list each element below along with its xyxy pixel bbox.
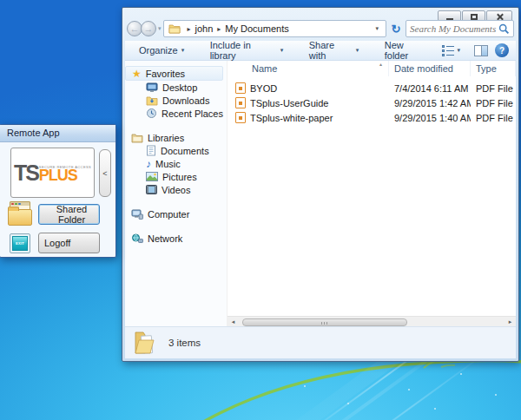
file-row-tsplus-userguide[interactable]: TSplus-UserGuide 9/29/2015 1:42 AM PDF F… xyxy=(228,95,516,110)
music-note-icon: ♪ xyxy=(146,158,151,170)
remote-app-title: Remote App xyxy=(7,128,60,138)
navigation-pane: ★ Favorites Desktop Downl xyxy=(125,61,227,327)
explorer-content: ★ Favorites Desktop Downl xyxy=(125,61,516,327)
command-toolbar: Organize ▾ Include in library ▾ Share wi… xyxy=(125,41,516,61)
include-in-library-button[interactable]: Include in library ▾ xyxy=(203,37,291,63)
address-row: ← → ▾ ▸ john ▸ My Documents ▾ ↻ xyxy=(127,19,514,38)
chevron-left-icon: < xyxy=(102,169,107,178)
help-button[interactable]: ? xyxy=(495,43,509,57)
desktop: Remote App TS SECURE REMOTE ACCESS PLUS … xyxy=(0,0,521,420)
explorer-window: ← → ▾ ▸ john ▸ My Documents ▾ ↻ xyxy=(122,7,519,362)
tsplus-logo: TS SECURE REMOTE ACCESS PLUS xyxy=(10,148,95,198)
pdf-file-icon xyxy=(235,97,246,108)
chevron-down-icon: ▾ xyxy=(181,47,185,54)
refresh-button[interactable]: ↻ xyxy=(386,20,406,37)
address-bar[interactable]: ▸ john ▸ My Documents ▾ xyxy=(163,20,386,37)
folder-icon xyxy=(168,23,181,34)
sidebar-item-computer[interactable]: Computer xyxy=(125,207,227,220)
column-header-type[interactable]: Type xyxy=(471,61,516,76)
file-row-tsplus-white-paper[interactable]: TSplus-white-paper 9/29/2015 1:40 AM PDF… xyxy=(228,110,516,125)
sidebar-item-favorites[interactable]: ★ Favorites xyxy=(125,66,223,81)
logo-plus-text: PLUS xyxy=(39,169,77,182)
logo-ts-text: TS xyxy=(14,163,38,182)
column-header-date-modified[interactable]: Date modified xyxy=(389,61,471,76)
organize-button[interactable]: Organize ▾ xyxy=(132,43,191,58)
refresh-icon: ↻ xyxy=(392,23,401,36)
open-folder-icon xyxy=(133,330,156,356)
items-count: 3 items xyxy=(168,338,201,348)
pictures-icon xyxy=(146,172,158,181)
back-arrow-icon: ← xyxy=(130,23,140,34)
crumb-arrow-icon[interactable]: ▸ xyxy=(213,25,225,33)
column-header-name[interactable]: Name xyxy=(228,61,389,76)
sidebar-item-music[interactable]: ♪ Music xyxy=(125,157,227,170)
sparkle-dots xyxy=(408,389,410,390)
share-with-button[interactable]: Share with ▾ xyxy=(302,37,366,63)
list-view-icon xyxy=(442,45,454,56)
new-folder-button[interactable]: New folder xyxy=(378,37,436,63)
downloads-icon xyxy=(146,95,158,106)
sidebar-item-network[interactable]: Network xyxy=(125,232,227,245)
scrollbar-thumb[interactable] xyxy=(242,318,407,326)
exit-icon-label: EXIT xyxy=(16,241,24,246)
remote-app-titlebar[interactable]: Remote App xyxy=(0,125,115,142)
change-view-button[interactable]: ▾ xyxy=(435,43,467,59)
chevron-down-icon: ▾ xyxy=(457,47,460,54)
sidebar-item-videos[interactable]: Videos xyxy=(125,183,227,196)
sidebar-item-downloads[interactable]: Downloads xyxy=(125,94,227,107)
crumb-arrow-icon[interactable]: ▸ xyxy=(183,25,195,33)
column-headers: Name ▴ Date modified Type xyxy=(228,61,516,76)
shared-folder-button[interactable]: Shared Folder xyxy=(38,204,100,225)
recent-pages-dropdown[interactable]: ▾ xyxy=(158,25,162,32)
search-input[interactable] xyxy=(410,23,498,34)
logoff-button[interactable]: Logoff xyxy=(38,233,100,253)
videos-icon xyxy=(146,185,157,194)
computer-icon xyxy=(131,209,143,220)
search-box xyxy=(406,20,514,37)
network-icon xyxy=(131,233,143,244)
chevron-down-icon: ▾ xyxy=(280,47,284,54)
shared-folder-icon[interactable] xyxy=(8,201,32,227)
chevron-down-icon: ▾ xyxy=(356,47,359,54)
address-history-dropdown[interactable]: ▾ xyxy=(370,25,384,32)
desktop-icon xyxy=(146,82,158,93)
breadcrumb-my-documents[interactable]: My Documents xyxy=(225,23,288,34)
collapse-panel-button[interactable]: < xyxy=(99,149,111,197)
file-list: Name ▴ Date modified Type BYOD xyxy=(227,61,516,327)
exit-icon[interactable]: EXIT xyxy=(10,233,30,253)
sidebar-item-libraries[interactable]: Libraries xyxy=(125,131,227,144)
documents-icon xyxy=(146,145,156,156)
star-icon: ★ xyxy=(132,68,142,80)
pdf-file-icon xyxy=(235,112,246,123)
remote-app-window: Remote App TS SECURE REMOTE ACCESS PLUS … xyxy=(0,124,116,258)
status-bar: 3 items xyxy=(125,326,516,358)
help-icon: ? xyxy=(499,46,505,56)
sort-ascending-icon: ▴ xyxy=(379,61,382,67)
forward-arrow-icon: → xyxy=(144,23,154,34)
sidebar-item-pictures[interactable]: Pictures xyxy=(125,170,227,183)
preview-pane-button[interactable] xyxy=(474,45,488,56)
sidebar-item-desktop[interactable]: Desktop xyxy=(125,81,227,94)
search-icon[interactable] xyxy=(498,23,510,35)
libraries-icon xyxy=(131,133,143,143)
sidebar-item-recent-places[interactable]: Recent Places xyxy=(125,107,227,120)
forward-button[interactable]: → xyxy=(141,21,156,36)
pdf-file-icon xyxy=(235,82,246,94)
breadcrumb-john[interactable]: john xyxy=(195,23,214,34)
sidebar-item-documents[interactable]: Documents xyxy=(125,144,227,157)
recent-places-icon xyxy=(146,108,157,119)
file-row-byod[interactable]: BYOD 7/4/2014 6:11 AM PDF File xyxy=(228,81,516,95)
